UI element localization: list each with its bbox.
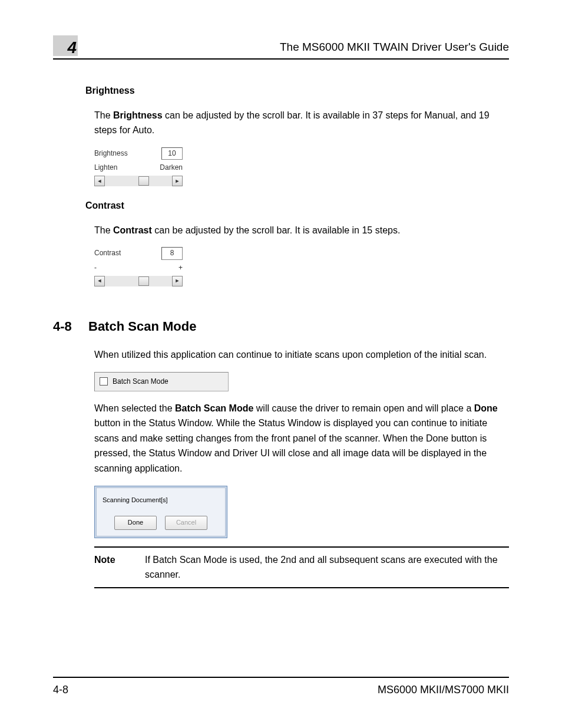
brightness-label: Brightness: [94, 148, 128, 159]
brightness-heading: Brightness: [85, 83, 509, 98]
scanning-status-text: Scanning Document[s]: [103, 495, 219, 506]
chapter-number: 4: [53, 35, 78, 56]
label-minus: -: [94, 262, 97, 274]
arrow-left-icon[interactable]: ◄: [94, 276, 105, 286]
contrast-label: Contrast: [94, 248, 121, 259]
brightness-control: Brightness 10 Lighten Darken ◄ ►: [94, 147, 183, 186]
contrast-scrollbar[interactable]: ◄ ►: [94, 276, 183, 286]
brightness-paragraph: The Brightness can be adjusted by the sc…: [94, 108, 509, 138]
batch-intro: When utilized this application can conti…: [94, 347, 509, 363]
batch-scan-checkbox-panel[interactable]: Batch Scan Mode: [94, 372, 229, 391]
scrollbar-track[interactable]: [105, 176, 172, 186]
note-block: Note If Batch Scan Mode is used, the 2nd…: [94, 546, 509, 588]
scrollbar-track[interactable]: [105, 276, 172, 286]
text-bold: Contrast: [113, 225, 152, 235]
contrast-value[interactable]: 8: [161, 247, 183, 259]
note-text: If Batch Scan Mode is used, the 2nd and …: [145, 552, 509, 582]
scrollbar-thumb[interactable]: [138, 276, 149, 286]
header-title: The MS6000 MKII TWAIN Driver User's Guid…: [280, 38, 509, 56]
text-bold: Done: [474, 403, 498, 413]
contrast-control: Contrast 8 - + ◄ ►: [94, 247, 183, 286]
note-label: Note: [94, 552, 130, 582]
text: When selected the: [94, 403, 175, 413]
scrollbar-thumb[interactable]: [138, 176, 149, 186]
page-header: 4 The MS6000 MKII TWAIN Driver User's Gu…: [53, 35, 509, 60]
section-heading: 4-8Batch Scan Mode: [53, 316, 509, 337]
done-button[interactable]: Done: [114, 516, 157, 530]
footer-model: MS6000 MKII/MS7000 MKII: [378, 681, 509, 699]
label-lighten: Lighten: [94, 162, 117, 173]
text: The: [94, 225, 113, 235]
brightness-scrollbar[interactable]: ◄ ►: [94, 176, 183, 186]
text: can be adjusted by the scroll bar. It is…: [152, 225, 401, 235]
section-number: 4-8: [53, 316, 88, 337]
brightness-value[interactable]: 10: [161, 147, 183, 160]
text: The: [94, 110, 113, 120]
page-footer: 4-8 MS6000 MKII/MS7000 MKII: [53, 677, 509, 699]
footer-page-number: 4-8: [53, 681, 68, 699]
text-bold: Batch Scan Mode: [175, 403, 253, 413]
section-title: Batch Scan Mode: [88, 319, 196, 334]
contrast-heading: Contrast: [85, 198, 509, 213]
label-plus: +: [178, 262, 183, 274]
checkbox-icon[interactable]: [100, 377, 108, 386]
contrast-paragraph: The Contrast can be adjusted by the scro…: [94, 223, 509, 238]
checkbox-label: Batch Scan Mode: [113, 376, 168, 387]
scanning-dialog: Scanning Document[s] Done Cancel: [94, 486, 227, 538]
cancel-button: Cancel: [165, 516, 207, 530]
arrow-left-icon[interactable]: ◄: [94, 176, 105, 186]
text-bold: Brightness: [113, 110, 163, 120]
arrow-right-icon[interactable]: ►: [172, 176, 183, 186]
text: will cause the driver to remain open and…: [253, 403, 474, 413]
arrow-right-icon[interactable]: ►: [172, 276, 183, 286]
label-darken: Darken: [160, 162, 183, 173]
batch-paragraph-2: When selected the Batch Scan Mode will c…: [94, 401, 509, 476]
text: button in the Status Window. While the S…: [94, 418, 487, 473]
